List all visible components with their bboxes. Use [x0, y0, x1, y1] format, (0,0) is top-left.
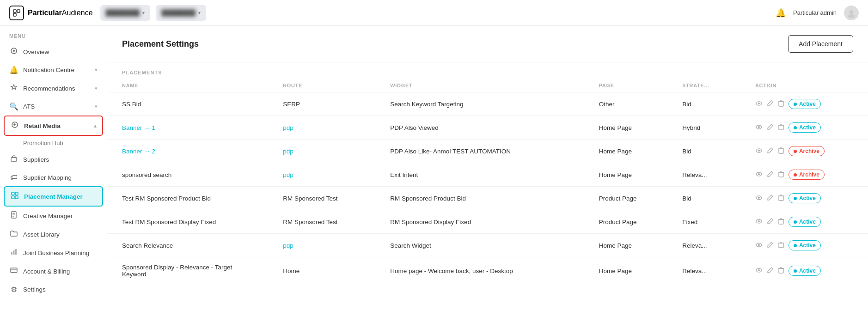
view-icon[interactable]	[755, 147, 763, 156]
edit-icon[interactable]	[766, 147, 774, 156]
placement-name: Test RM Sponsored Display Fixed	[122, 219, 216, 225]
svg-rect-19	[15, 249, 17, 255]
route-link[interactable]: pdp	[283, 148, 293, 155]
edit-icon[interactable]	[766, 171, 774, 179]
cell-widget: Home page - Welcome back, user - Desktop	[375, 257, 584, 285]
svg-rect-34	[779, 149, 783, 153]
delete-icon[interactable]	[777, 267, 785, 275]
strategy-text: Bid	[682, 101, 691, 108]
cell-name: Banner → 2	[107, 140, 268, 163]
cell-widget: PDP Also Like- Anmol TEST AUTOMATION	[375, 140, 584, 163]
page-title: Placement Settings	[122, 39, 199, 49]
edit-icon[interactable]	[766, 267, 774, 275]
route-link[interactable]: pdp	[283, 124, 293, 131]
status-badge[interactable]: Archive	[789, 170, 825, 180]
active-dot	[794, 220, 797, 224]
cell-page: Other	[584, 92, 668, 116]
delete-icon[interactable]	[777, 241, 785, 250]
edit-icon[interactable]	[766, 100, 774, 109]
svg-point-23	[758, 103, 760, 104]
status-badge[interactable]: Active	[789, 122, 821, 133]
archive-dot	[794, 173, 797, 177]
admin-name: Particular admin	[793, 9, 837, 16]
edit-icon[interactable]	[766, 218, 774, 226]
status-badge[interactable]: Active	[789, 266, 821, 276]
sidebar-item-ats[interactable]: 🔍 ATS ▾	[0, 97, 107, 116]
cell-name: Sponsored Display - Relevance - Target K…	[107, 257, 268, 285]
sidebar-item-settings[interactable]: ⚙ Settings	[0, 280, 107, 298]
logo: ParticularAudience	[9, 6, 93, 20]
cell-action: Active	[740, 257, 868, 285]
status-label: Archive	[799, 171, 819, 178]
active-dot	[794, 269, 797, 273]
delete-icon[interactable]	[777, 100, 785, 109]
sidebar-item-account-billing[interactable]: Account & Billing	[0, 262, 107, 280]
svg-point-58	[758, 269, 760, 271]
sidebar-item-creative-manager[interactable]: Creative Manager	[0, 207, 107, 225]
active-dot	[794, 126, 797, 129]
delete-icon[interactable]	[777, 218, 785, 226]
add-placement-button[interactable]: Add Placement	[788, 35, 853, 53]
status-label: Active	[799, 195, 816, 201]
view-icon[interactable]	[755, 194, 763, 203]
placement-name-link[interactable]: Banner → 2	[122, 148, 155, 155]
status-badge[interactable]: Archive	[789, 146, 825, 156]
status-badge[interactable]: Active	[789, 240, 821, 250]
table-row: Banner → 2 pdp PDP Also Like- Anmol TEST…	[107, 140, 868, 163]
delete-icon[interactable]	[777, 171, 785, 179]
sidebar-item-notification-centre[interactable]: 🔔 Notification Centre ▾	[0, 61, 107, 79]
sidebar-item-overview[interactable]: Overview	[0, 43, 107, 61]
active-dot	[794, 197, 797, 200]
sidebar-item-asset-library[interactable]: Asset Library	[0, 225, 107, 244]
status-badge[interactable]: Active	[789, 193, 821, 203]
sidebar-item-placement-manager[interactable]: Placement Manager	[4, 186, 103, 207]
table-row: Sponsored Display - Relevance - Target K…	[107, 257, 868, 285]
status-badge[interactable]: Active	[789, 99, 821, 109]
notification-bell-icon[interactable]: 🔔	[776, 8, 786, 18]
route-link[interactable]: pdp	[283, 242, 293, 249]
view-icon[interactable]	[755, 123, 763, 132]
content-area: Placement Settings Add Placement PLACEME…	[107, 26, 868, 335]
route-link[interactable]: pdp	[283, 171, 293, 178]
svg-rect-24	[779, 102, 783, 106]
logo-text: ParticularAudience	[28, 9, 93, 17]
sidebar-item-supplier-mapping[interactable]: 🏷 Supplier Mapping	[0, 169, 107, 186]
sidebar-item-suppliers[interactable]: Suppliers	[0, 150, 107, 169]
sidebar-item-label: ATS	[23, 103, 90, 110]
svg-rect-8	[11, 158, 17, 161]
dropdown-1-label: ████████	[106, 9, 140, 16]
view-icon[interactable]	[755, 171, 763, 179]
page-text: Home Page	[599, 171, 632, 178]
sidebar-item-retail-media[interactable]: Retail Media ▴	[4, 116, 103, 136]
header-dropdown-1[interactable]: ████████ ▾	[100, 5, 151, 21]
header-dropdown-2[interactable]: ████████ ▾	[156, 5, 206, 21]
cell-route: RM Sponsored Test	[268, 187, 375, 210]
edit-icon[interactable]	[766, 241, 774, 250]
edit-icon[interactable]	[766, 123, 774, 132]
view-icon[interactable]	[755, 100, 763, 109]
cell-page: Home Page	[584, 234, 668, 257]
cell-route: RM Sponsored Test	[268, 210, 375, 234]
view-icon[interactable]	[755, 241, 763, 250]
widget-text: Home page - Welcome back, user - Desktop	[390, 268, 513, 274]
status-badge[interactable]: Active	[789, 217, 821, 227]
cell-route: pdp	[268, 163, 375, 187]
svg-rect-9	[12, 192, 14, 195]
sidebar-item-joint-business-planning[interactable]: Joint Business Planning	[0, 244, 107, 262]
col-header-strategy: STRATE...	[667, 79, 740, 92]
delete-icon[interactable]	[777, 194, 785, 203]
sidebar-item-promotion-hub[interactable]: Promotion Hub	[0, 136, 107, 150]
delete-icon[interactable]	[777, 147, 785, 156]
placement-name-link[interactable]: Banner → 1	[122, 124, 155, 131]
table-header: NAME ROUTE WIDGET PAGE STRATE... ACTION	[107, 79, 868, 92]
edit-icon[interactable]	[766, 194, 774, 203]
view-icon[interactable]	[755, 267, 763, 275]
table-body: SS Bid SERP Search Keyword Targeting Oth…	[107, 92, 868, 285]
delete-icon[interactable]	[777, 123, 785, 132]
svg-point-43	[758, 197, 760, 199]
dropdown-2-label: ████████	[161, 9, 196, 16]
cell-name: Test RM Sponsored Display Fixed	[107, 210, 268, 234]
strategy-text: Releva...	[682, 171, 707, 178]
sidebar-item-recommendations[interactable]: Recommendations ▾	[0, 79, 107, 97]
view-icon[interactable]	[755, 218, 763, 226]
